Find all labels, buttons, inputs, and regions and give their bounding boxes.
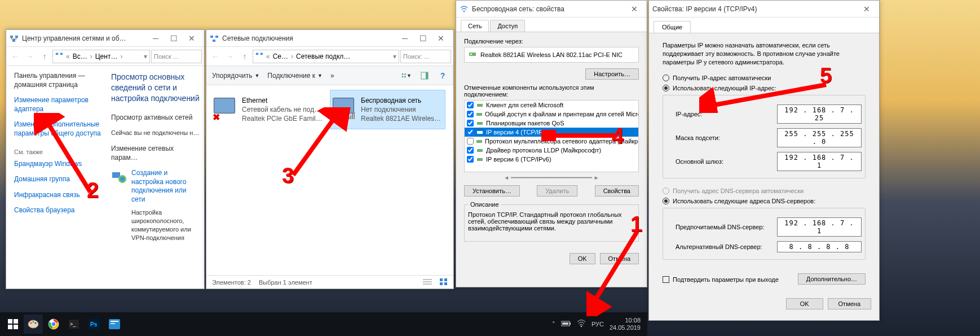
advanced-button[interactable]: Дополнительно… <box>798 273 866 285</box>
component-checkbox[interactable] <box>467 111 474 117</box>
search-input[interactable]: Поиск: … <box>400 50 451 63</box>
sidebar-advanced-sharing[interactable]: Изменить дополнительныепараметры общего … <box>14 120 103 138</box>
configure-button[interactable]: Настроить… <box>585 68 639 80</box>
clock[interactable]: 10:08 24.05.2019 <box>610 317 644 331</box>
crumb-item[interactable]: Цент… <box>95 53 118 60</box>
sidebar-browser-props[interactable]: Свойства браузера <box>14 206 103 215</box>
sidebar-home[interactable]: Панель управления —домашняя страница <box>14 72 103 89</box>
radio-manual-ip[interactable]: Использовать следующий IP-адрес: <box>663 85 866 91</box>
svg-rect-29 <box>477 104 483 107</box>
ip-input[interactable]: 192 . 168 . 7 . 25 <box>777 104 862 124</box>
lang-indicator[interactable]: РУС <box>591 321 604 328</box>
app-icon[interactable] <box>105 315 124 334</box>
chrome-icon[interactable] <box>44 315 63 334</box>
back-button[interactable]: ← <box>8 50 22 63</box>
component-checkbox[interactable] <box>467 120 474 126</box>
start-button[interactable] <box>3 315 23 334</box>
radio-auto-ip[interactable]: Получить IP-адрес автоматически <box>663 75 866 81</box>
component-item[interactable]: Клиент для сетей Microsoft <box>465 101 638 110</box>
cancel-button[interactable]: Отмена <box>828 298 871 309</box>
remove-button[interactable]: Удалить <box>537 185 577 197</box>
create-connection-link[interactable]: Создание и настройка нового подключения … <box>131 169 201 204</box>
tab-general[interactable]: Общие <box>654 21 691 33</box>
terminal-icon[interactable]: >_ <box>64 315 83 334</box>
forward-button[interactable]: → <box>223 50 237 63</box>
svg-rect-5 <box>112 172 120 178</box>
organize-menu[interactable]: Упорядочить ▼ <box>212 72 259 80</box>
sidebar-firewall[interactable]: Брандмауэр Windows <box>14 160 103 169</box>
preview-pane-icon[interactable] <box>420 71 430 81</box>
back-button[interactable]: ← <box>209 50 222 63</box>
titlebar[interactable]: Центр управления сетями и об… ─ ☐ ✕ <box>6 30 204 47</box>
chevron-down-icon[interactable]: ▾ <box>393 53 396 60</box>
window-title: Беспроводная сеть: свойства <box>472 5 625 13</box>
breadcrumb[interactable]: « Се… › Сетевые подкл… ▾ <box>253 50 399 63</box>
sidebar-change-adapter[interactable]: Изменение параметровадаптера <box>14 96 103 114</box>
component-item[interactable]: Общий доступ к файлам и принтерам для се… <box>465 110 638 119</box>
component-checkbox[interactable] <box>467 138 474 145</box>
maximize-button[interactable]: ☐ <box>414 32 432 45</box>
svg-rect-28 <box>470 54 472 55</box>
component-checkbox[interactable] <box>467 102 474 108</box>
validate-checkbox[interactable]: Подтвердить параметры при выходе <box>663 276 779 283</box>
minimize-button[interactable]: ─ <box>396 32 414 45</box>
breadcrumb[interactable]: « Вс… › Цент… › ▾ <box>52 50 150 63</box>
wifi-tray-icon[interactable] <box>577 320 586 329</box>
dns1-input[interactable]: 192 . 168 . 7 . 1 <box>777 217 862 237</box>
svg-text:>_: >_ <box>70 321 76 327</box>
mask-input[interactable]: 255 . 255 . 255 . 0 <box>777 128 862 147</box>
radio-manual-dns[interactable]: Использовать следующие адреса DNS-сервер… <box>663 198 866 204</box>
svg-rect-54 <box>111 323 115 324</box>
component-item[interactable]: IP версии 6 (TCP/IPv6) <box>465 155 638 164</box>
minimize-button[interactable]: ─ <box>147 32 165 45</box>
details-view-icon[interactable] <box>423 278 432 286</box>
ip-label: IP-адрес: <box>676 111 777 117</box>
help-icon[interactable]: ? <box>438 71 448 81</box>
tray-up-icon[interactable]: ˄ <box>552 321 555 328</box>
crumb-item[interactable]: Вс… <box>73 53 87 60</box>
svg-rect-24 <box>440 282 443 285</box>
view-options-icon[interactable]: ▼ <box>401 71 412 81</box>
properties-button[interactable]: Свойства <box>595 185 639 197</box>
battery-icon[interactable] <box>561 320 571 328</box>
chevron-down-icon[interactable]: ▾ <box>144 53 147 60</box>
up-button[interactable]: ↑ <box>38 50 51 63</box>
tab-network[interactable]: Сеть <box>461 20 489 32</box>
nav-bar: ← → ↑ « Се… › Сетевые подкл… ▾ Поиск: … <box>206 47 453 66</box>
component-icon <box>476 128 484 136</box>
component-checkbox[interactable] <box>467 156 474 163</box>
tab-sharing[interactable]: Доступ <box>490 20 525 32</box>
ethernet-adapter-item[interactable]: ✖ Ethernet Сетевой кабель не подк… Realt… <box>211 90 326 129</box>
wifi-icon: ✖ <box>333 98 356 121</box>
annotation-5: 5 <box>820 64 832 88</box>
titlebar[interactable]: Свойства: IP версии 4 (TCP/IPv4) ✕ <box>649 1 879 18</box>
dns2-input[interactable]: 8 . 8 . 8 . 8 <box>777 241 862 252</box>
crumb-item[interactable]: Сетевые подкл… <box>296 53 350 60</box>
titlebar[interactable]: Беспроводная сеть: свойства ✕ <box>456 1 647 18</box>
network-icon <box>210 34 219 43</box>
close-button[interactable]: ✕ <box>625 2 643 16</box>
wifi-adapter-item[interactable]: ✖ Беспроводная сеть Нет подключения Real… <box>330 90 445 129</box>
component-checkbox[interactable] <box>467 147 474 154</box>
maximize-button[interactable]: ☐ <box>165 32 183 45</box>
crumb-item[interactable]: Се… <box>273 53 288 60</box>
close-button[interactable]: ✕ <box>183 32 201 45</box>
active-nets-text: Сейчас вы не подключены н… <box>111 129 201 137</box>
search-input[interactable]: Поиск … <box>151 50 202 63</box>
ok-button[interactable]: OK <box>570 253 595 264</box>
titlebar[interactable]: Сетевые подключения ─ ☐ ✕ <box>206 30 453 47</box>
cancel-button[interactable]: Отмена <box>600 253 639 264</box>
photoshop-icon[interactable]: Ps <box>85 315 104 334</box>
forward-button[interactable]: → <box>23 50 37 63</box>
component-checkbox[interactable] <box>467 129 474 136</box>
toolbar-more[interactable]: » <box>330 72 334 80</box>
gateway-input[interactable]: 192 . 168 . 7 . 1 <box>777 152 862 171</box>
ok-button[interactable]: OK <box>786 298 823 309</box>
install-button[interactable]: Установить… <box>464 185 520 197</box>
connect-to-menu[interactable]: Подключение к ▼ <box>267 72 323 80</box>
up-button[interactable]: ↑ <box>238 50 251 63</box>
close-button[interactable]: ✕ <box>432 32 450 45</box>
close-button[interactable]: ✕ <box>858 2 876 16</box>
tiles-view-icon[interactable] <box>440 278 448 286</box>
paint-icon[interactable] <box>24 315 43 334</box>
